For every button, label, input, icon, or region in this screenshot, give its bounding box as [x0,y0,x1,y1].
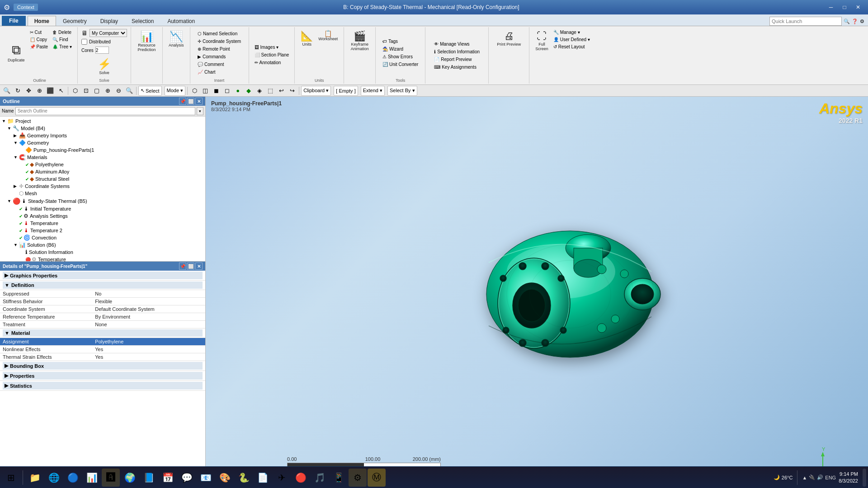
taskbar-calendar[interactable]: 📅 [159,469,177,487]
taskbar-files[interactable]: 📁 [26,469,44,487]
tree-item-mesh[interactable]: ⬡ Mesh [14,190,204,197]
tb3[interactable]: ◼ [211,86,221,96]
cut-button[interactable]: ✂ Cut [28,29,50,36]
filter-button[interactable]: ▾ [197,107,203,115]
tree-toggle-geometry[interactable]: ▼ [14,141,19,145]
duplicate-button[interactable]: ⧉ Duplicate [5,29,27,76]
show-desktop-button[interactable] [863,469,866,487]
tb7[interactable]: ◈ [255,86,264,96]
taskbar-app2[interactable]: ✈ [273,469,291,487]
units-button[interactable]: 📐 Units [298,29,315,48]
mode-button[interactable]: Mode ▾ [165,86,186,96]
zoom-button[interactable]: ⊕ [34,86,44,96]
tree-toggle-materials[interactable]: ▼ [14,155,19,160]
tab-selection[interactable]: Selection [125,16,160,26]
section-row-graphics[interactable]: ▶ Graphics Properties [0,271,205,281]
taskbar-wb[interactable]: ⚙ [349,469,367,487]
tree-item-materials[interactable]: ▼ 🧲 Materials [14,154,204,161]
cursor-button[interactable]: ↖ [56,86,66,96]
tb2[interactable]: ◫ [200,86,210,96]
tree-item-solution[interactable]: ▼ 📊 Solution (B6) [14,241,204,249]
comment-button[interactable]: 💬 Comment [196,61,226,68]
tab-file[interactable]: File [2,16,26,26]
tree-item-model[interactable]: ▼ 🔧 Model (B4) [7,125,204,132]
solve-button[interactable]: ⚡ Solve [95,56,113,76]
viewport[interactable]: Pump_housing-FreeParts|1 8/3/2022 9:14 P… [206,97,868,488]
float-button[interactable]: ⬜ [187,98,194,105]
tree-item-temp1[interactable]: ✔ 🌡 Temperature [14,220,204,227]
select-button[interactable]: ↖ Select [138,86,162,96]
settings-icon[interactable]: ⚙ [860,19,864,24]
search-outline-input[interactable] [15,107,195,115]
section-row-bounding[interactable]: ▶ Bounding Box [0,361,205,371]
section-row-properties[interactable]: ▶ Properties [0,371,205,381]
report-preview-button[interactable]: 📄 Report Preview [432,56,473,63]
delete-button[interactable]: 🗑 Delete [51,29,74,36]
restore-button[interactable]: □ [838,2,851,12]
manage-button[interactable]: 🔧 Manage ▾ [552,29,592,36]
view-front-button[interactable]: ▢ [92,86,102,96]
quick-launch-input[interactable] [769,17,842,26]
commands-button[interactable]: ▶ Commands [196,53,227,60]
tree-item-thermal[interactable]: ▼ 🔴 🌡 Steady-State Thermal (B5) [7,197,204,205]
annotation-button[interactable]: ✏ Annotation [253,59,283,66]
rotate-button[interactable]: ↻ [13,86,23,96]
pin-button[interactable]: 📌 [179,98,186,105]
taskbar-python[interactable]: 🐍 [235,469,253,487]
zoom-region-button[interactable]: 🔍 [124,86,134,96]
details-close-button[interactable]: ✕ [195,263,203,270]
remote-point-button[interactable]: ⊕ Remote Point [196,46,232,52]
section-row-definition[interactable]: ▼ Definition [0,281,205,290]
bounding-section-header[interactable]: ▶ Bounding Box [3,362,203,370]
extend-button[interactable]: Extend ▾ [361,86,385,96]
user-defined-button[interactable]: 👤 User Defined ▾ [552,36,592,43]
tree-toggle-thermal[interactable]: ▼ [7,199,13,203]
row-assignment[interactable]: Assignment Polyethylene [0,338,205,346]
section-row-statistics[interactable]: ▶ Statistics [0,381,205,391]
details-float-button[interactable]: ⬜ [187,263,194,270]
manage-views-button[interactable]: 👁 Manage Views [432,41,471,47]
tree-item-geom-imports[interactable]: ▶ 📥 Geometry Imports [14,132,204,139]
taskbar-excel[interactable]: 📊 [83,469,101,487]
graphics-section-header[interactable]: ▶ Graphics Properties [3,272,203,279]
named-selection-button[interactable]: ⬡ Named Selection [196,30,239,37]
print-preview-button[interactable]: 🖨 Print Preview [495,29,523,48]
tab-automation[interactable]: Automation [160,16,202,26]
tb6[interactable]: ◆ [244,86,254,96]
unit-converter-button[interactable]: 🔄 Unit Converter [381,61,420,68]
taskbar-app1[interactable]: 🔵 [64,469,82,487]
tb1[interactable]: ⬡ [189,86,199,96]
tb5[interactable]: ● [233,86,243,96]
tree-item-sol-temp[interactable]: 🔴 ⚙ Temperature [20,256,204,261]
tab-display[interactable]: Display [94,16,125,26]
taskbar-teams[interactable]: 💬 [178,469,196,487]
tags-button[interactable]: 🏷 Tags [381,38,400,45]
tree-item-convection[interactable]: ✔ 🌀 Convection [14,234,204,241]
tree-item-poly[interactable]: ✔ ◆ Polyethylene [20,161,204,168]
tree-button[interactable]: 🌲 Tree ▾ [51,43,74,50]
box-zoom-button[interactable]: ⬛ [45,86,55,96]
help-icon[interactable]: ❓ [852,19,858,24]
reset-layout-button[interactable]: ↺ Reset Layout [552,43,592,50]
worksheet-button[interactable]: 📋 Worksheet [316,29,340,42]
taskbar-ai[interactable]: 🎨 [216,469,234,487]
tree-item-temp2[interactable]: ✔ 🌡 Temperature 2 [14,227,204,234]
zoom-fit-button[interactable]: 🔍 [2,86,12,96]
select-by-button[interactable]: Select By ▾ [387,86,417,96]
key-assignments-button[interactable]: ⌨ Key Assignments [432,64,478,70]
distributed-checkbox[interactable] [81,39,87,45]
minimize-button[interactable]: ─ [825,2,837,12]
find-button[interactable]: 🔍 Find [51,36,74,43]
cores-input[interactable] [95,47,109,54]
taskbar-mechanical[interactable]: Ⓜ [368,469,386,487]
properties-section-header[interactable]: ▶ Properties [3,372,203,380]
wizard-button[interactable]: 🧙 Wizard [381,46,405,52]
coordinate-system-button[interactable]: ✛ Coordinate System [196,38,243,45]
taskbar-solidworks[interactable]: 🔴 [292,469,310,487]
tab-home[interactable]: Home [28,16,56,26]
tree-item-coord[interactable]: ▶ ✛ Coordinate Systems [14,183,204,190]
tree-item-steel[interactable]: ✔ ◆ Structural Steel [20,175,204,183]
keyframe-button[interactable]: 🎬 KeyframeAnimation [349,29,371,52]
tree-item-pump-geom[interactable]: 🔶 Pump_housing-FreeParts|1 [20,146,204,154]
zoom-out-button[interactable]: ⊖ [113,86,123,96]
